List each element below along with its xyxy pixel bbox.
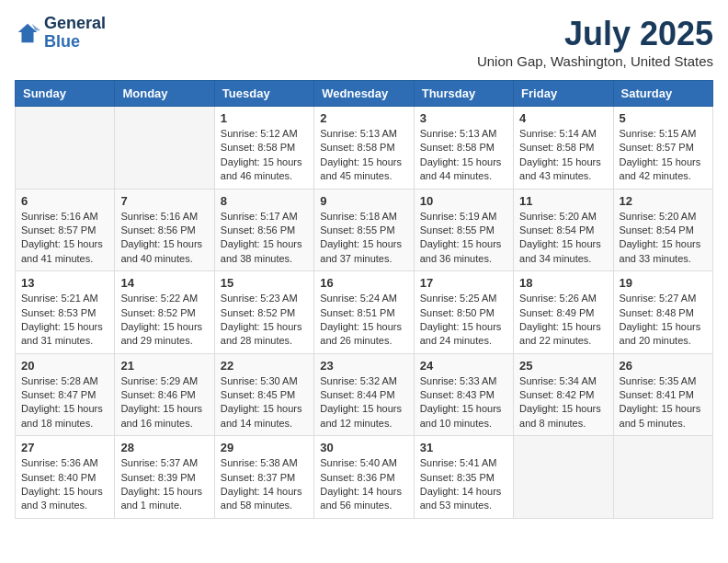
- calendar-cell: 18Sunrise: 5:26 AM Sunset: 8:49 PM Dayli…: [514, 271, 613, 354]
- calendar-cell: 10Sunrise: 5:19 AM Sunset: 8:55 PM Dayli…: [414, 189, 513, 271]
- calendar-cell: [115, 107, 214, 190]
- logo-blue: Blue: [44, 32, 80, 51]
- calendar-cell: 4Sunrise: 5:14 AM Sunset: 8:58 PM Daylig…: [514, 107, 613, 190]
- day-info: Sunrise: 5:41 AM Sunset: 8:35 PM Dayligh…: [420, 456, 507, 513]
- logo-text: General Blue: [44, 15, 106, 52]
- day-info: Sunrise: 5:18 AM Sunset: 8:55 PM Dayligh…: [320, 210, 407, 267]
- calendar-cell: 7Sunrise: 5:16 AM Sunset: 8:56 PM Daylig…: [115, 189, 214, 271]
- day-info: Sunrise: 5:15 AM Sunset: 8:57 PM Dayligh…: [620, 127, 707, 184]
- calendar-cell: 30Sunrise: 5:40 AM Sunset: 8:36 PM Dayli…: [314, 436, 414, 519]
- day-number: 4: [519, 111, 607, 125]
- day-info: Sunrise: 5:16 AM Sunset: 8:57 PM Dayligh…: [21, 210, 108, 267]
- day-number: 23: [320, 359, 407, 373]
- calendar-cell: 3Sunrise: 5:13 AM Sunset: 8:58 PM Daylig…: [414, 107, 513, 190]
- day-number: 16: [320, 276, 407, 290]
- calendar-cell: 17Sunrise: 5:25 AM Sunset: 8:50 PM Dayli…: [414, 271, 513, 354]
- day-number: 21: [120, 359, 208, 373]
- logo: General Blue: [15, 15, 106, 52]
- location-title: Union Gap, Washington, United States: [477, 53, 713, 69]
- day-info: Sunrise: 5:24 AM Sunset: 8:51 PM Dayligh…: [320, 292, 407, 349]
- calendar-cell: 29Sunrise: 5:38 AM Sunset: 8:37 PM Dayli…: [214, 436, 313, 519]
- weekday-header: Friday: [514, 81, 613, 107]
- day-info: Sunrise: 5:20 AM Sunset: 8:54 PM Dayligh…: [620, 210, 707, 267]
- calendar-week-row: 13Sunrise: 5:21 AM Sunset: 8:53 PM Dayli…: [16, 271, 713, 354]
- day-number: 6: [21, 194, 108, 208]
- weekday-header: Saturday: [613, 81, 712, 107]
- calendar-cell: [16, 107, 115, 190]
- day-number: 24: [420, 359, 507, 373]
- day-number: 13: [21, 276, 108, 290]
- calendar-cell: 28Sunrise: 5:37 AM Sunset: 8:39 PM Dayli…: [115, 436, 214, 519]
- day-info: Sunrise: 5:34 AM Sunset: 8:42 PM Dayligh…: [519, 374, 607, 431]
- day-number: 31: [420, 441, 507, 454]
- calendar-cell: 15Sunrise: 5:23 AM Sunset: 8:52 PM Dayli…: [214, 271, 313, 354]
- day-number: 2: [320, 111, 407, 125]
- calendar-cell: 12Sunrise: 5:20 AM Sunset: 8:54 PM Dayli…: [613, 189, 712, 271]
- day-info: Sunrise: 5:12 AM Sunset: 8:58 PM Dayligh…: [221, 127, 308, 184]
- day-info: Sunrise: 5:19 AM Sunset: 8:55 PM Dayligh…: [420, 210, 507, 267]
- day-number: 8: [221, 194, 308, 208]
- day-number: 20: [21, 359, 108, 373]
- day-info: Sunrise: 5:40 AM Sunset: 8:36 PM Dayligh…: [320, 456, 407, 513]
- calendar-cell: 27Sunrise: 5:36 AM Sunset: 8:40 PM Dayli…: [16, 436, 115, 519]
- day-info: Sunrise: 5:33 AM Sunset: 8:43 PM Dayligh…: [420, 374, 507, 431]
- calendar-cell: 9Sunrise: 5:18 AM Sunset: 8:55 PM Daylig…: [314, 189, 414, 271]
- day-number: 1: [221, 111, 308, 125]
- calendar-week-row: 1Sunrise: 5:12 AM Sunset: 8:58 PM Daylig…: [16, 107, 713, 190]
- day-info: Sunrise: 5:13 AM Sunset: 8:58 PM Dayligh…: [420, 127, 507, 184]
- day-info: Sunrise: 5:25 AM Sunset: 8:50 PM Dayligh…: [420, 292, 507, 349]
- calendar-cell: 2Sunrise: 5:13 AM Sunset: 8:58 PM Daylig…: [314, 107, 414, 190]
- day-info: Sunrise: 5:21 AM Sunset: 8:53 PM Dayligh…: [21, 292, 108, 349]
- day-number: 11: [519, 194, 607, 208]
- day-number: 22: [221, 359, 308, 373]
- calendar: SundayMondayTuesdayWednesdayThursdayFrid…: [15, 80, 713, 519]
- day-number: 15: [221, 276, 308, 290]
- calendar-cell: 24Sunrise: 5:33 AM Sunset: 8:43 PM Dayli…: [414, 353, 513, 436]
- calendar-week-row: 6Sunrise: 5:16 AM Sunset: 8:57 PM Daylig…: [16, 189, 713, 271]
- day-info: Sunrise: 5:35 AM Sunset: 8:41 PM Dayligh…: [620, 374, 707, 431]
- day-number: 14: [120, 276, 208, 290]
- day-number: 3: [420, 111, 507, 125]
- calendar-cell: 19Sunrise: 5:27 AM Sunset: 8:48 PM Dayli…: [613, 271, 712, 354]
- day-number: 10: [420, 194, 507, 208]
- calendar-week-row: 27Sunrise: 5:36 AM Sunset: 8:40 PM Dayli…: [16, 436, 713, 519]
- weekday-header: Wednesday: [314, 81, 414, 107]
- weekday-header: Sunday: [16, 81, 115, 107]
- day-number: 28: [120, 441, 208, 454]
- weekday-header-row: SundayMondayTuesdayWednesdayThursdayFrid…: [16, 81, 713, 107]
- calendar-cell: 31Sunrise: 5:41 AM Sunset: 8:35 PM Dayli…: [414, 436, 513, 519]
- day-info: Sunrise: 5:29 AM Sunset: 8:46 PM Dayligh…: [120, 374, 208, 431]
- title-block: July 2025 Union Gap, Washington, United …: [477, 15, 713, 69]
- calendar-cell: 16Sunrise: 5:24 AM Sunset: 8:51 PM Dayli…: [314, 271, 414, 354]
- day-info: Sunrise: 5:37 AM Sunset: 8:39 PM Dayligh…: [120, 456, 208, 513]
- day-number: 5: [620, 111, 707, 125]
- day-info: Sunrise: 5:27 AM Sunset: 8:48 PM Dayligh…: [620, 292, 707, 349]
- day-number: 29: [221, 441, 308, 454]
- weekday-header: Monday: [115, 81, 214, 107]
- day-info: Sunrise: 5:23 AM Sunset: 8:52 PM Dayligh…: [221, 292, 308, 349]
- day-info: Sunrise: 5:28 AM Sunset: 8:47 PM Dayligh…: [21, 374, 108, 431]
- day-info: Sunrise: 5:14 AM Sunset: 8:58 PM Dayligh…: [519, 127, 607, 184]
- day-info: Sunrise: 5:38 AM Sunset: 8:37 PM Dayligh…: [221, 456, 308, 513]
- day-info: Sunrise: 5:16 AM Sunset: 8:56 PM Dayligh…: [120, 210, 208, 267]
- day-number: 9: [320, 194, 407, 208]
- weekday-header: Thursday: [414, 81, 513, 107]
- day-number: 18: [519, 276, 607, 290]
- calendar-cell: 13Sunrise: 5:21 AM Sunset: 8:53 PM Dayli…: [16, 271, 115, 354]
- calendar-cell: 20Sunrise: 5:28 AM Sunset: 8:47 PM Dayli…: [16, 353, 115, 436]
- day-number: 7: [120, 194, 208, 208]
- day-number: 25: [519, 359, 607, 373]
- calendar-week-row: 20Sunrise: 5:28 AM Sunset: 8:47 PM Dayli…: [16, 353, 713, 436]
- logo-icon: [15, 20, 40, 46]
- day-info: Sunrise: 5:13 AM Sunset: 8:58 PM Dayligh…: [320, 127, 407, 184]
- calendar-cell: 8Sunrise: 5:17 AM Sunset: 8:56 PM Daylig…: [214, 189, 313, 271]
- day-info: Sunrise: 5:22 AM Sunset: 8:52 PM Dayligh…: [120, 292, 208, 349]
- calendar-cell: 14Sunrise: 5:22 AM Sunset: 8:52 PM Dayli…: [115, 271, 214, 354]
- day-number: 19: [620, 276, 707, 290]
- calendar-cell: 25Sunrise: 5:34 AM Sunset: 8:42 PM Dayli…: [514, 353, 613, 436]
- weekday-header: Tuesday: [214, 81, 313, 107]
- day-number: 12: [620, 194, 707, 208]
- calendar-cell: 21Sunrise: 5:29 AM Sunset: 8:46 PM Dayli…: [115, 353, 214, 436]
- month-title: July 2025: [477, 15, 713, 53]
- day-info: Sunrise: 5:20 AM Sunset: 8:54 PM Dayligh…: [519, 210, 607, 267]
